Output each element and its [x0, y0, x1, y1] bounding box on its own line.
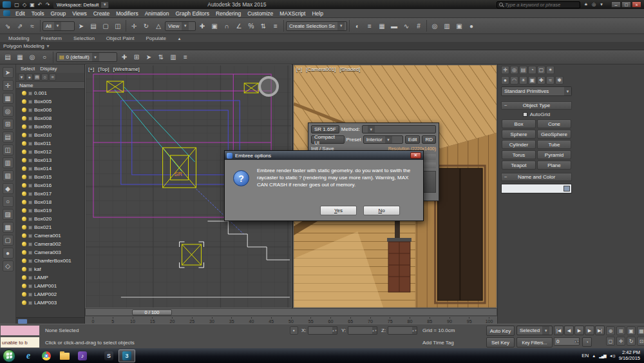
- new-scene-icon[interactable]: ▢: [13, 1, 21, 8]
- viewport-menu-plus[interactable]: [+]: [88, 66, 94, 72]
- auto-key-button[interactable]: Auto Key: [486, 326, 515, 336]
- visibility-checkbox[interactable]: [28, 276, 32, 280]
- search-input[interactable]: [505, 2, 569, 8]
- zoom-extents-all-icon[interactable]: ▦: [637, 326, 644, 335]
- primitive-button[interactable]: Sphere: [502, 130, 536, 139]
- add-time-tag[interactable]: Add Time Tag: [422, 340, 454, 346]
- visibility-checkbox[interactable]: [28, 226, 32, 230]
- select-menu[interactable]: Select: [19, 66, 37, 72]
- visibility-checkbox[interactable]: [28, 209, 32, 213]
- close-button[interactable]: ×: [632, 1, 641, 8]
- menu-item[interactable]: Views: [69, 9, 90, 17]
- selection-filter-dropdown[interactable]: All▼: [43, 21, 75, 31]
- scene-object-row[interactable]: Box013: [16, 156, 84, 164]
- visibility-checkbox[interactable]: [28, 192, 32, 196]
- scene-object-row[interactable]: Box011: [16, 139, 84, 148]
- macro-recorder-field[interactable]: [0, 325, 40, 336]
- primitive-button[interactable]: Tube: [537, 140, 571, 149]
- pan-icon[interactable]: ✛: [616, 337, 625, 346]
- y-coordinate-field[interactable]: ▲▼: [348, 326, 377, 335]
- geometry-category-icon[interactable]: ●: [501, 76, 509, 84]
- side-toolbar-icon[interactable]: ◇: [3, 260, 14, 271]
- visibility-checkbox[interactable]: [28, 100, 32, 104]
- systems-category-icon[interactable]: ✱: [555, 76, 564, 84]
- rd-button[interactable]: RD: [422, 135, 436, 144]
- side-toolbar-icon[interactable]: ✛: [3, 80, 14, 91]
- time-slider[interactable]: 0 / 100: [85, 308, 497, 316]
- ribbon-tab[interactable]: Selection: [68, 34, 100, 42]
- close-icon[interactable]: ✕: [410, 152, 421, 159]
- modify-tab-icon[interactable]: ◎: [510, 66, 518, 74]
- current-frame-field[interactable]: 0▲▼: [554, 337, 580, 346]
- select-layer-objects-icon[interactable]: ➤: [143, 52, 155, 63]
- go-to-end-icon[interactable]: ▶|: [595, 326, 605, 335]
- lights-category-icon[interactable]: ☀: [519, 76, 527, 84]
- open-file-icon[interactable]: ◇: [21, 1, 28, 8]
- track-bar[interactable]: 0510152025303540455055606570758085909510…: [85, 316, 497, 324]
- named-selection-sets-dropdown[interactable]: Create Selection Se▼: [286, 21, 347, 31]
- name-column-header[interactable]: Name: [16, 81, 84, 89]
- app-icon-s[interactable]: S: [100, 349, 117, 362]
- layer-properties-icon[interactable]: ▥: [167, 52, 179, 63]
- polygon-modeling-panel[interactable]: Polygon Modeling ▾: [0, 42, 644, 50]
- select-and-scale-icon[interactable]: △: [153, 20, 164, 32]
- scene-object-row[interactable]: Box016: [16, 181, 84, 190]
- menu-item[interactable]: Customize: [244, 9, 276, 17]
- object-color-swatch[interactable]: [564, 186, 570, 191]
- visibility-checkbox[interactable]: [28, 92, 32, 95]
- viewport-view-menu[interactable]: [Top]: [98, 66, 109, 72]
- visibility-checkbox[interactable]: [28, 234, 32, 238]
- workspace-dropdown[interactable]: Workspace: Default▼: [53, 1, 109, 8]
- x-coordinate-field[interactable]: ▲▼: [308, 326, 337, 335]
- maximize-viewport-icon[interactable]: ⊡: [637, 337, 644, 346]
- ribbon-collapse-icon[interactable]: ▴: [176, 35, 183, 42]
- side-toolbar-icon[interactable]: ▧: [3, 170, 14, 181]
- visibility-checkbox[interactable]: [28, 133, 32, 137]
- primitive-button[interactable]: Box: [502, 119, 536, 128]
- visibility-checkbox[interactable]: [28, 259, 32, 263]
- create-new-layer-icon[interactable]: ✚: [118, 52, 130, 63]
- ribbon-tab[interactable]: Modeling: [3, 34, 35, 42]
- primitive-button[interactable]: Teapot: [502, 161, 536, 170]
- favorites-icon[interactable]: ★: [582, 1, 590, 8]
- go-to-start-icon[interactable]: |◀: [554, 326, 564, 335]
- play-icon[interactable]: ▶: [574, 326, 584, 335]
- viewport-menu-plus[interactable]: [+]: [296, 66, 302, 72]
- ribbon-tab[interactable]: Object Paint: [100, 34, 140, 42]
- select-object-icon[interactable]: ➤: [75, 20, 87, 32]
- space-warps-category-icon[interactable]: ≈: [546, 76, 554, 84]
- side-toolbar-icon[interactable]: ▦: [3, 93, 14, 104]
- infocenter-search[interactable]: [497, 1, 580, 8]
- scene-object-row[interactable]: 0.001: [16, 89, 84, 97]
- object-name-field[interactable]: [501, 184, 572, 193]
- primitive-button[interactable]: Plane: [537, 161, 571, 170]
- select-and-link-icon[interactable]: ⇘: [2, 20, 14, 32]
- visibility-checkbox[interactable]: [28, 175, 32, 179]
- zoom-icon[interactable]: ⊕: [606, 326, 615, 335]
- select-and-move-icon[interactable]: ✛: [128, 20, 140, 32]
- visibility-checkbox[interactable]: [28, 125, 32, 129]
- app-logo-icon[interactable]: [3, 1, 11, 8]
- app-menu-icon[interactable]: [3, 10, 10, 16]
- scene-object-row[interactable]: Box020: [16, 215, 84, 223]
- hide-toggle-icon[interactable]: ●: [26, 74, 33, 81]
- viewport-view-menu[interactable]: [Camera001]: [306, 66, 336, 72]
- scene-object-row[interactable]: Camera003: [16, 248, 84, 257]
- scene-object-row[interactable]: LAMP001: [16, 282, 84, 290]
- selection-region-icon[interactable]: ▢: [100, 20, 111, 32]
- menu-item[interactable]: Tools: [28, 9, 48, 17]
- visibility-checkbox[interactable]: [28, 251, 32, 255]
- unhide-all-icon[interactable]: ○: [39, 52, 50, 63]
- scene-object-row[interactable]: kaf: [16, 265, 84, 273]
- side-toolbar-icon[interactable]: ▩: [3, 222, 14, 233]
- yes-button[interactable]: Yes: [320, 206, 357, 215]
- side-toolbar-icon[interactable]: ▨: [3, 209, 14, 220]
- render-production-icon[interactable]: ●: [466, 20, 477, 32]
- display-tab-icon[interactable]: ▢: [537, 66, 545, 74]
- display-menu[interactable]: Display: [38, 66, 59, 72]
- curve-editor-icon[interactable]: ∿: [401, 20, 412, 32]
- shapes-category-icon[interactable]: ◠: [510, 76, 518, 84]
- scene-object-row[interactable]: Box018: [16, 198, 84, 206]
- clock[interactable]: 2:42 PM 9/16/2015: [619, 350, 641, 361]
- scene-object-row[interactable]: LAMP002: [16, 290, 84, 299]
